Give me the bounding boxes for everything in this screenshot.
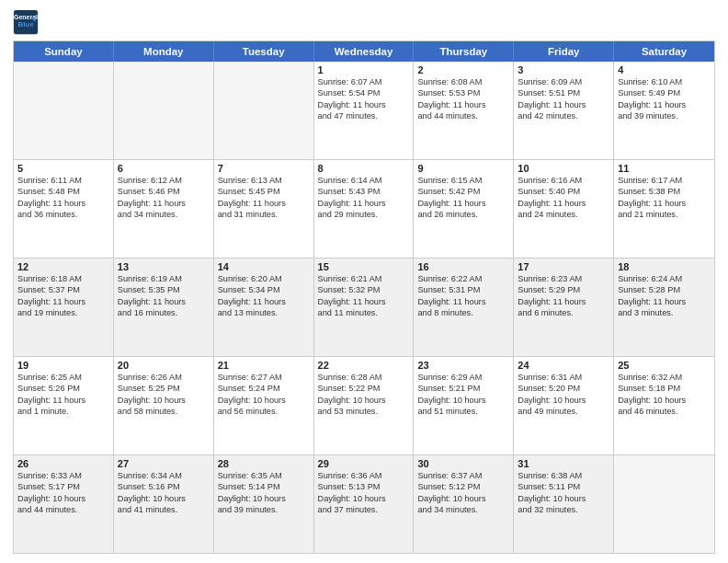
cell-line: Sunrise: 6:35 AM [218,470,310,481]
cell-line: and 13 minutes. [218,307,310,318]
day-number: 30 [417,458,509,469]
calendar-cell-0-4: 2Sunrise: 6:08 AMSunset: 5:53 PMDaylight… [414,62,514,159]
cell-line: and 16 minutes. [118,307,210,318]
cell-line: Daylight: 10 hours [118,395,210,406]
calendar-cell-3-0: 19Sunrise: 6:25 AMSunset: 5:26 PMDayligh… [14,357,114,454]
day-number: 8 [318,163,410,174]
cell-line: Sunrise: 6:27 AM [218,372,310,383]
cell-line: Sunrise: 6:10 AM [618,76,711,87]
cell-line: Sunrise: 6:20 AM [218,273,310,284]
day-number: 9 [417,163,509,174]
cell-line: Sunset: 5:24 PM [218,383,310,394]
cell-line: Sunset: 5:17 PM [17,481,109,492]
cell-line: Sunrise: 6:21 AM [318,273,410,284]
cell-line: Sunrise: 6:19 AM [118,273,210,284]
cell-line: Sunset: 5:14 PM [218,481,310,492]
day-number: 4 [618,64,711,75]
cell-line: Sunrise: 6:29 AM [417,372,509,383]
day-number: 25 [618,360,711,371]
day-number: 28 [218,458,310,469]
day-number: 16 [417,261,509,272]
cell-line: Sunset: 5:40 PM [518,186,609,197]
cell-line: Daylight: 11 hours [118,198,210,209]
weekday-header-tuesday: Tuesday [214,41,314,62]
cell-line: Sunrise: 6:22 AM [417,273,509,284]
cell-line: Sunrise: 6:07 AM [318,76,410,87]
calendar-cell-1-0: 5Sunrise: 6:11 AMSunset: 5:48 PMDaylight… [14,160,114,258]
cell-line: Sunset: 5:35 PM [118,284,210,295]
cell-line: and 21 minutes. [618,209,711,220]
calendar-cell-0-0 [14,62,114,159]
cell-line: Sunrise: 6:33 AM [17,470,109,481]
day-number: 20 [118,360,210,371]
day-number: 22 [318,360,410,371]
cell-line: and 29 minutes. [318,209,410,220]
calendar-row-2: 12Sunrise: 6:18 AMSunset: 5:37 PMDayligh… [14,259,714,357]
calendar-cell-4-4: 30Sunrise: 6:37 AMSunset: 5:12 PMDayligh… [414,455,514,553]
cell-line: and 51 minutes. [417,406,509,417]
calendar: SundayMondayTuesdayWednesdayThursdayFrid… [13,40,715,554]
cell-line: Daylight: 11 hours [417,99,509,110]
cell-line: Daylight: 11 hours [417,198,509,209]
cell-line: Daylight: 10 hours [518,493,609,504]
day-number: 7 [218,163,310,174]
cell-line: Sunset: 5:42 PM [417,186,509,197]
cell-line: and 46 minutes. [618,406,711,417]
day-number: 27 [118,458,210,469]
cell-line: Daylight: 11 hours [518,99,609,110]
cell-line: Sunset: 5:29 PM [518,284,609,295]
cell-line: Daylight: 10 hours [318,493,410,504]
calendar-cell-4-0: 26Sunrise: 6:33 AMSunset: 5:17 PMDayligh… [14,455,114,553]
cell-line: and 56 minutes. [218,406,310,417]
day-number: 24 [518,360,609,371]
cell-line: and 3 minutes. [618,307,711,318]
day-number: 18 [618,261,711,272]
cell-line: Sunset: 5:26 PM [17,383,109,394]
cell-line: and 11 minutes. [318,307,410,318]
cell-line: and 36 minutes. [17,209,109,220]
cell-line: and 47 minutes. [318,110,410,121]
cell-line: Sunset: 5:21 PM [417,383,509,394]
cell-line: Sunrise: 6:16 AM [518,175,609,186]
cell-line: and 34 minutes. [118,209,210,220]
cell-line: Sunrise: 6:18 AM [17,273,109,284]
calendar-cell-0-3: 1Sunrise: 6:07 AMSunset: 5:54 PMDaylight… [314,62,415,159]
cell-line: Daylight: 10 hours [218,395,310,406]
calendar-row-4: 26Sunrise: 6:33 AMSunset: 5:17 PMDayligh… [14,455,714,553]
cell-line: Sunset: 5:38 PM [618,186,711,197]
calendar-cell-3-4: 23Sunrise: 6:29 AMSunset: 5:21 PMDayligh… [414,357,514,454]
calendar-cell-2-4: 16Sunrise: 6:22 AMSunset: 5:31 PMDayligh… [414,259,514,356]
calendar-cell-2-1: 13Sunrise: 6:19 AMSunset: 5:35 PMDayligh… [114,259,214,356]
cell-line: Sunrise: 6:37 AM [417,470,509,481]
cell-line: and 39 minutes. [618,110,711,121]
header: General Blue [13,9,715,35]
cell-line: Sunrise: 6:14 AM [318,175,410,186]
calendar-cell-3-3: 22Sunrise: 6:28 AMSunset: 5:22 PMDayligh… [314,357,415,454]
weekday-header-sunday: Sunday [14,41,114,62]
day-number: 21 [218,360,310,371]
day-number: 31 [518,458,609,469]
cell-line: Daylight: 10 hours [318,395,410,406]
calendar-cell-4-3: 29Sunrise: 6:36 AMSunset: 5:13 PMDayligh… [314,455,415,553]
cell-line: Sunrise: 6:15 AM [417,175,509,186]
cell-line: Daylight: 11 hours [17,296,109,307]
cell-line: and 6 minutes. [518,307,609,318]
cell-line: and 26 minutes. [417,209,509,220]
weekday-header-wednesday: Wednesday [314,41,415,62]
cell-line: Sunrise: 6:25 AM [17,372,109,383]
cell-line: and 49 minutes. [518,406,609,417]
calendar-cell-2-2: 14Sunrise: 6:20 AMSunset: 5:34 PMDayligh… [214,259,314,356]
cell-line: Sunset: 5:20 PM [518,383,609,394]
calendar-cell-0-6: 4Sunrise: 6:10 AMSunset: 5:49 PMDaylight… [614,62,714,159]
cell-line: Sunrise: 6:17 AM [618,175,711,186]
cell-line: Sunset: 5:18 PM [618,383,711,394]
day-number: 11 [618,163,711,174]
weekday-header-monday: Monday [114,41,214,62]
cell-line: Daylight: 11 hours [618,198,711,209]
calendar-row-1: 5Sunrise: 6:11 AMSunset: 5:48 PMDaylight… [14,160,714,259]
day-number: 1 [318,64,410,75]
cell-line: Daylight: 11 hours [218,296,310,307]
cell-line: Daylight: 11 hours [318,198,410,209]
cell-line: Sunrise: 6:11 AM [17,175,109,186]
cell-line: Daylight: 11 hours [17,198,109,209]
